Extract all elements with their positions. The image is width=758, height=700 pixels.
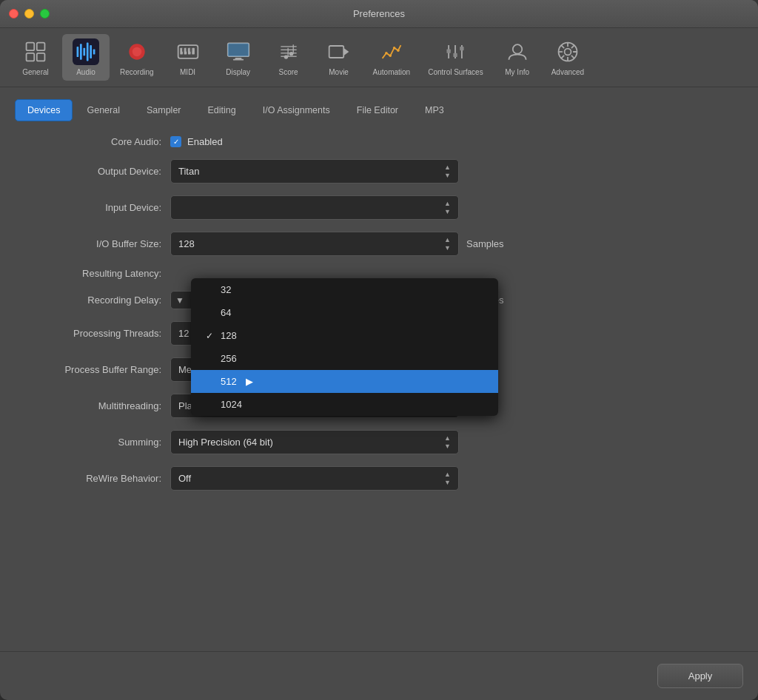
summing-value: High Precision (64 bit): [178, 437, 273, 448]
tab-io-assignments[interactable]: I/O Assignments: [250, 99, 343, 121]
svg-line-55: [561, 55, 564, 58]
processing-threads-label: Processing Threads:: [22, 328, 170, 339]
dropdown-item-1024[interactable]: 1024: [191, 393, 498, 416]
toolbar-item-recording[interactable]: Recording: [113, 34, 161, 81]
automation-icon: [378, 38, 405, 65]
svg-rect-7: [83, 48, 85, 56]
tab-editing[interactable]: Editing: [195, 99, 249, 121]
recording-delay-label: Recording Delay:: [22, 295, 170, 306]
stepper-down-arrow[interactable]: ▼: [175, 295, 184, 306]
minimize-button[interactable]: [24, 9, 34, 18]
input-device-control: ▲▼: [170, 195, 459, 220]
rewire-behavior-select[interactable]: Off ▲▼: [170, 466, 459, 491]
io-buffer-size-suffix: Samples: [466, 238, 504, 249]
window-controls: [9, 9, 50, 18]
tab-file-editor[interactable]: File Editor: [344, 99, 411, 121]
svg-rect-22: [227, 43, 248, 56]
output-device-value: Titan: [178, 166, 199, 177]
toolbar-label-midi: MIDI: [180, 68, 195, 76]
io-buffer-size-value: 128: [178, 238, 195, 249]
toolbar-item-midi[interactable]: MIDI: [164, 34, 212, 81]
footer: Apply: [0, 651, 758, 700]
toolbar: General Audio: [0, 28, 758, 87]
resulting-latency-label: Resulting Latency:: [22, 268, 170, 279]
recording-icon: [124, 38, 150, 65]
dropdown-item-32[interactable]: 32: [191, 278, 498, 301]
svg-rect-17: [192, 48, 195, 55]
output-device-label: Output Device:: [22, 166, 170, 177]
toolbar-label-audio: Audio: [76, 68, 95, 76]
svg-rect-9: [90, 45, 92, 58]
check-512: [204, 377, 215, 387]
dropdown-value-512: 512: [221, 376, 237, 387]
toolbar-item-audio[interactable]: Audio: [62, 34, 110, 81]
toolbar-label-display: Display: [226, 68, 250, 76]
svg-rect-43: [454, 53, 457, 57]
svg-rect-6: [80, 44, 82, 59]
resulting-latency-select: [170, 269, 459, 278]
svg-point-12: [133, 47, 141, 56]
svg-rect-5: [77, 47, 79, 57]
svg-rect-33: [329, 46, 343, 58]
rewire-behavior-label: ReWire Behavior:: [22, 473, 170, 484]
tab-general[interactable]: General: [74, 99, 132, 121]
svg-rect-10: [93, 49, 95, 54]
core-audio-checkbox-row: ✓ Enabled: [170, 136, 459, 147]
svg-point-45: [512, 44, 521, 53]
display-icon: [225, 38, 252, 65]
toolbar-item-my-info[interactable]: My Info: [494, 34, 541, 81]
tabs-bar: Devices General Sampler Editing I/O Assi…: [15, 99, 743, 121]
advanced-icon: [554, 38, 581, 65]
svg-rect-44: [460, 47, 464, 50]
svg-line-52: [561, 45, 564, 48]
rewire-behavior-arrows: ▲▼: [444, 471, 451, 486]
core-audio-checkbox[interactable]: ✓: [170, 136, 181, 147]
svg-point-47: [564, 49, 571, 55]
io-buffer-size-select[interactable]: 128 ▲▼: [170, 232, 459, 256]
toolbar-item-movie[interactable]: Movie: [315, 34, 363, 81]
svg-point-38: [397, 49, 400, 52]
toolbar-label-general: General: [22, 68, 49, 76]
toolbar-label-score: Score: [279, 68, 298, 76]
window-title: Preferences: [353, 8, 405, 19]
setting-core-audio: Core Audio: ✓ Enabled: [22, 136, 736, 147]
input-device-label: Input Device:: [22, 202, 170, 213]
toolbar-label-recording: Recording: [120, 68, 154, 76]
toolbar-item-display[interactable]: Display: [215, 34, 262, 81]
output-device-select[interactable]: Titan ▲▼: [170, 159, 459, 184]
tab-sampler[interactable]: Sampler: [134, 99, 194, 121]
dropdown-item-256[interactable]: 256: [191, 347, 498, 370]
summing-select[interactable]: High Precision (64 bit) ▲▼: [170, 430, 459, 454]
general-icon: [22, 38, 49, 65]
toolbar-item-general[interactable]: General: [12, 34, 59, 81]
close-button[interactable]: [9, 9, 19, 18]
audio-icon: [73, 38, 99, 65]
dropdown-item-64[interactable]: 64: [191, 301, 498, 324]
svg-rect-24: [232, 59, 243, 61]
summing-control: High Precision (64 bit) ▲▼: [170, 430, 459, 454]
check-1024: [204, 400, 215, 410]
toolbar-item-control-surfaces[interactable]: Control Surfaces: [420, 34, 490, 81]
maximize-button[interactable]: [40, 9, 50, 18]
tab-mp3[interactable]: MP3: [412, 99, 457, 121]
buffer-size-dropdown: 32 64 ✓ 128 256 512 ▶ 1024: [191, 278, 498, 416]
dropdown-item-512[interactable]: 512 ▶: [191, 370, 498, 393]
input-device-select[interactable]: ▲▼: [170, 195, 459, 220]
toolbar-item-automation[interactable]: Automation: [366, 34, 418, 81]
apply-button[interactable]: Apply: [657, 664, 743, 688]
dropdown-item-128[interactable]: ✓ 128: [191, 324, 498, 347]
setting-input-device: Input Device: ▲▼: [22, 195, 736, 220]
setting-summing: Summing: High Precision (64 bit) ▲▼: [22, 430, 736, 454]
toolbar-item-advanced[interactable]: Advanced: [544, 34, 591, 81]
multithreading-label: Multithreading:: [22, 400, 170, 411]
output-device-control: Titan ▲▼: [170, 159, 459, 184]
io-buffer-size-label: I/O Buffer Size:: [22, 238, 170, 249]
cursor-icon: ▶: [246, 376, 253, 387]
svg-line-54: [571, 45, 574, 48]
toolbar-label-automation: Automation: [373, 68, 411, 76]
io-buffer-size-control: 128 ▲▼: [170, 232, 459, 256]
score-icon: [275, 38, 302, 65]
tab-devices[interactable]: Devices: [15, 99, 73, 121]
summing-label: Summing:: [22, 437, 170, 448]
toolbar-item-score[interactable]: Score: [265, 34, 312, 81]
